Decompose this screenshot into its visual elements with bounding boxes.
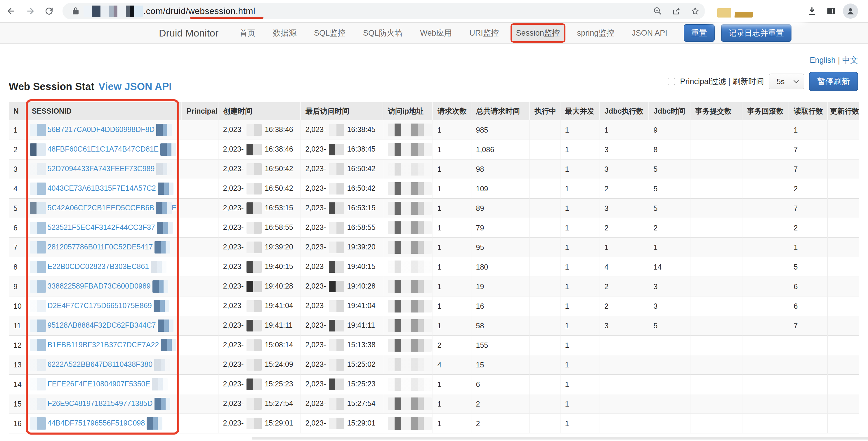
stat-cell	[828, 296, 859, 316]
redaction-block	[329, 242, 344, 253]
stat-cell	[828, 316, 859, 336]
sessionid-link[interactable]: 44B4DF751796556F519C098	[48, 419, 145, 427]
redaction-block	[247, 398, 262, 410]
nav-item[interactable]: 首页	[231, 28, 264, 38]
stat-cell	[690, 375, 742, 394]
last-access-time-cell: 2,023-19:40:15	[301, 257, 383, 277]
principal-filter-checkbox[interactable]	[668, 78, 675, 85]
refresh-interval-select[interactable]: 5s	[769, 73, 804, 89]
table-row: 136222A522BB647D8110438F3802,023-15:24:0…	[9, 355, 859, 375]
principal-refresh-label: Principal过滤 | 刷新时间	[680, 76, 764, 87]
bookmark-star-icon[interactable]	[690, 6, 700, 17]
redaction-block	[329, 398, 344, 410]
brand-title[interactable]: Druid Monitor	[159, 27, 218, 39]
redaction-block	[247, 300, 262, 312]
address-bar[interactable]: .com/druid/websession.html	[62, 3, 705, 19]
stat-cell	[742, 140, 789, 159]
reload-icon[interactable]	[43, 5, 55, 17]
sessionid-link[interactable]: 6222A522BB647D8110438F380	[48, 360, 153, 368]
sessionid-link[interactable]: F26E9C481971821549771385D	[48, 399, 153, 407]
redaction-block	[155, 398, 170, 410]
sessionid-link[interactable]: 95128AB8884F32DC62FB344C7	[48, 321, 156, 329]
nav-item[interactable]: URI监控	[461, 28, 507, 38]
stat-cell: 3	[599, 140, 649, 159]
stat-cell: 1	[433, 296, 471, 316]
sessionid-link[interactable]: 48FBF60C61E1C1A74B47CD81E	[48, 145, 159, 153]
stat-cell	[529, 355, 560, 375]
redaction-block	[156, 124, 172, 136]
stat-cell	[828, 277, 859, 296]
sessionid-link[interactable]: FEFE26F4FE10804907F5350E	[48, 380, 150, 388]
sessionid-cell: 4043CE73A61B315F7E14A57C2	[27, 179, 182, 198]
stat-cell	[529, 316, 560, 336]
nav-action-button[interactable]: 记录日志并重置	[721, 24, 792, 42]
date-prefix: 2,023-	[223, 321, 244, 329]
created-time: 19:39:20	[265, 243, 293, 251]
sessionid-link[interactable]: D2E4F7C7C175D6651075E869	[48, 302, 152, 310]
column-header: 事务回滚数	[742, 102, 789, 120]
stat-cell: 7	[789, 159, 828, 179]
stat-cell	[529, 218, 560, 238]
sessionid-link[interactable]: 5C42A06CF2CB1EED5CCEB6B	[48, 203, 154, 212]
share-icon[interactable]	[671, 6, 682, 17]
date-prefix: 2,023-	[223, 282, 244, 290]
sessionid-link[interactable]: E	[172, 203, 177, 212]
created-time: 19:40:28	[265, 282, 293, 290]
created-time: 16:50:42	[265, 164, 293, 172]
lang-english-link[interactable]: English	[810, 56, 836, 65]
date-prefix: 2,023-	[306, 341, 326, 349]
created-time-cell: 2,023-19:39:20	[218, 238, 301, 257]
redaction-block	[247, 183, 262, 194]
forward-icon[interactable]	[25, 5, 36, 17]
sessionid-link[interactable]: 523521F5EC4F3142F44CC3F37	[48, 223, 155, 231]
refresh-controls: Principal过滤 | 刷新时间 5s 暂停刷新	[668, 72, 858, 92]
side-panel-icon[interactable]	[825, 5, 837, 17]
stat-cell	[599, 375, 649, 394]
nav-item[interactable]: SQL防火墙	[354, 28, 411, 38]
view-json-api-link[interactable]: View JSON API	[98, 81, 172, 92]
nav-item[interactable]: JSON API	[623, 29, 676, 38]
pause-refresh-button[interactable]: 暂停刷新	[809, 72, 858, 91]
stat-cell: 1	[789, 120, 828, 140]
column-header: 事务提交数	[690, 102, 742, 120]
ip-address-cell	[383, 414, 433, 433]
redaction-block	[247, 378, 262, 390]
stat-cell	[742, 316, 789, 336]
download-icon[interactable]	[806, 5, 818, 17]
stat-cell: 1	[560, 238, 599, 257]
sessionid-link[interactable]: B1EBB119BF321B37C7DCE7A22	[48, 341, 159, 349]
nav-action-button[interactable]: 重置	[684, 24, 715, 42]
principal-cell	[182, 238, 218, 257]
sessionid-link[interactable]: 338822589FBAD73C600D0989	[48, 282, 151, 290]
sessionid-link[interactable]: 56B7217CA0DF4DD60998DF8D	[48, 125, 155, 133]
last-access-time-cell: 2,023-19:40:28	[301, 277, 383, 296]
nav-item-session-monitor[interactable]: Session监控	[516, 29, 560, 37]
nav-item[interactable]: 数据源	[264, 28, 305, 38]
stat-cell	[789, 394, 828, 414]
back-icon[interactable]	[5, 5, 17, 17]
redaction-block	[247, 222, 262, 234]
sessionid-link[interactable]: 4043CE73A61B315F7E14A57C2	[48, 184, 156, 192]
lang-chinese-link[interactable]: 中文	[842, 56, 858, 65]
session-table-body: 156B7217CA0DF4DD60998DF8D2,023-16:38:462…	[9, 120, 859, 433]
session-table-container: NSESSIONIDPrincipal创建时间最后访问时间访问ip地址请求次数总…	[9, 102, 859, 433]
stat-cell	[828, 257, 859, 277]
created-time: 15:25:23	[265, 380, 293, 388]
sessionid-link[interactable]: E22B0CDC028237B303EC861	[48, 262, 149, 271]
table-row: 6523521F5EC4F3142F44CC3F372,023-16:58:55…	[9, 218, 859, 238]
stat-cell: 5	[649, 179, 690, 198]
nav-item[interactable]: spring监控	[568, 28, 623, 38]
zoom-out-icon[interactable]	[652, 6, 663, 17]
redaction-block	[30, 280, 46, 293]
profile-avatar[interactable]	[843, 3, 858, 19]
stat-cell: 1	[649, 238, 690, 257]
stat-cell	[649, 336, 690, 355]
nav-item[interactable]: Web应用	[411, 28, 461, 38]
last-access-time-cell: 2,023-19:41:11	[301, 316, 383, 336]
sessionid-link[interactable]: 52D7094433FA743FEEF73C989	[48, 164, 155, 172]
sessionid-link[interactable]: 2812057786B011F0C52DE5417	[48, 243, 153, 251]
row-number: 5	[9, 198, 27, 218]
bottom-divider	[252, 437, 868, 440]
redaction-block	[329, 281, 344, 292]
nav-item[interactable]: SQL监控	[305, 28, 354, 38]
